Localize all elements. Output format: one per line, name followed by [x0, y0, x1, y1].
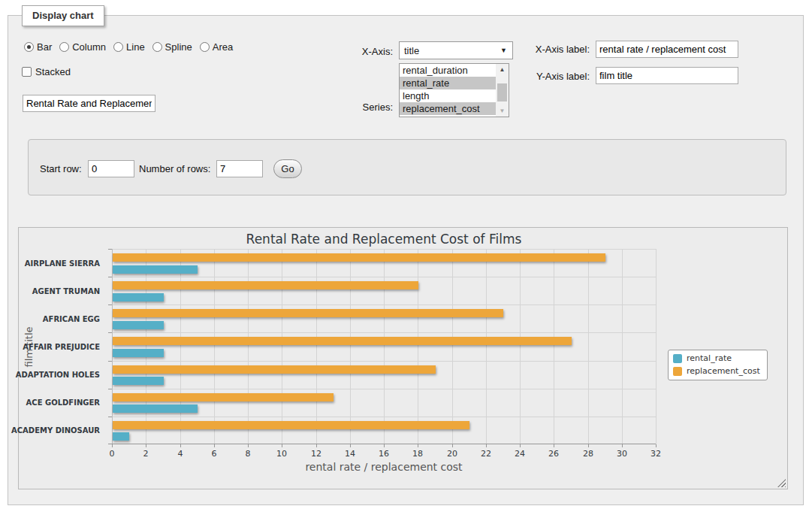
y-axis-label-input[interactable]: [596, 67, 738, 84]
chart-type-option-column[interactable]: Column: [59, 41, 106, 53]
bar-replacement_cost[interactable]: [113, 393, 334, 401]
bar-replacement_cost[interactable]: [113, 421, 469, 429]
chart-title: Rental Rate and Replacement Cost of Film…: [112, 232, 656, 247]
x-tick-label: 32: [651, 449, 661, 459]
bar-rental_rate[interactable]: [113, 265, 198, 274]
chart-type-option-label: Area: [213, 41, 233, 53]
category-label: AFRICAN EGG: [43, 315, 100, 323]
x-tick-mark: [248, 444, 249, 447]
start-row-label: Start row:: [40, 163, 82, 174]
category-labels: AIRPLANE SIERRAAGENT TRUMANAFRICAN EGGAF…: [19, 249, 106, 444]
bar-rental_rate[interactable]: [113, 321, 164, 329]
grid-line-y: [112, 361, 656, 362]
category-label: ADAPTATION HOLES: [16, 371, 100, 379]
start-row-input[interactable]: [88, 160, 134, 177]
scroll-down-icon[interactable]: ▼: [496, 108, 509, 114]
plot-area: 02468101214161820222426283032: [112, 249, 656, 444]
category-label: ACE GOLDFINGER: [26, 398, 100, 407]
row-controls-panel: Start row: Number of rows: Go: [28, 139, 786, 195]
x-tick-label: 28: [583, 449, 593, 459]
chart-resize-handle[interactable]: [777, 479, 786, 487]
x-tick-label: 6: [212, 449, 217, 459]
grid-line-x: [214, 249, 215, 444]
chart-type-option-line[interactable]: Line: [113, 41, 145, 53]
grid-line-y: [112, 304, 656, 305]
scrollbar-thumb[interactable]: [497, 83, 507, 101]
bar-rental_rate[interactable]: [113, 377, 164, 385]
series-option[interactable]: rental_rate: [400, 77, 496, 89]
x-tick-label: 16: [379, 449, 389, 459]
chart-type-option-area[interactable]: Area: [200, 41, 233, 53]
y-axis-label-caption: Y-Axis label:: [487, 71, 590, 82]
bar-replacement_cost[interactable]: [113, 309, 503, 317]
x-tick-mark: [316, 444, 317, 447]
x-axis-line: [112, 444, 656, 444]
category-label: AGENT TRUMAN: [32, 287, 100, 295]
series-option[interactable]: rental_duration: [400, 64, 496, 77]
x-tick-mark: [350, 444, 351, 447]
x-tick-mark: [554, 444, 554, 447]
bar-rental_rate[interactable]: [113, 349, 164, 357]
x-axis-label-caption: X-Axis label:: [487, 44, 590, 55]
x-tick-mark: [146, 444, 146, 447]
radio-icon[interactable]: [113, 42, 123, 52]
x-axis-title: rental rate / replacement cost: [112, 461, 656, 473]
number-of-rows-input[interactable]: [216, 160, 263, 177]
grid-line-x: [452, 249, 453, 444]
grid-line-x: [180, 249, 181, 444]
number-of-rows-label: Number of rows:: [139, 163, 210, 174]
go-button[interactable]: Go: [273, 159, 302, 178]
x-tick-mark: [112, 444, 113, 447]
series-select-label: Series:: [310, 101, 393, 113]
grid-line-x: [656, 249, 657, 444]
legend-swatch: [673, 367, 682, 376]
bar-replacement_cost[interactable]: [113, 281, 418, 289]
stacked-option[interactable]: Stacked: [22, 66, 71, 77]
grid-line-x: [146, 249, 146, 444]
bar-rental_rate[interactable]: [113, 404, 198, 413]
x-tick-mark: [588, 444, 589, 447]
x-tick-label: 14: [345, 449, 355, 459]
bar-replacement_cost[interactable]: [113, 253, 605, 262]
chart-type-radio-group: BarColumnLineSplineArea: [24, 41, 240, 53]
legend-item[interactable]: replacement_cost: [673, 366, 760, 376]
chart-title-input[interactable]: [23, 95, 155, 112]
legend-item[interactable]: rental_rate: [673, 353, 760, 363]
x-tick-label: 2: [143, 449, 149, 459]
category-label: AFFAIR PREJUDICE: [23, 343, 100, 351]
grid-line-x: [384, 249, 385, 444]
grid-line-x: [554, 249, 554, 444]
x-tick-label: 12: [311, 449, 321, 459]
bar-replacement_cost[interactable]: [113, 365, 436, 374]
category-label: ACADEMY DINOSAUR: [11, 426, 100, 435]
bar-rental_rate[interactable]: [113, 432, 129, 441]
x-tick-label: 24: [515, 449, 525, 459]
x-axis-label-input[interactable]: [596, 41, 738, 58]
chart-type-option-label: Column: [72, 41, 106, 53]
grid-line-y: [112, 249, 656, 250]
chart-type-option-label: Spline: [165, 41, 192, 53]
chart-container: Rental Rate and Replacement Cost of Film…: [18, 227, 788, 489]
grid-line-x: [622, 249, 623, 444]
grid-line-x: [316, 249, 317, 444]
grid-line-x: [248, 249, 249, 444]
chart-type-option-spline[interactable]: Spline: [152, 41, 192, 53]
grid-line-y: [112, 417, 656, 417]
grid-line-x: [520, 249, 521, 444]
radio-icon[interactable]: [152, 42, 162, 52]
x-axis-selected-value: title: [404, 45, 419, 56]
x-tick-mark: [486, 444, 487, 447]
radio-icon[interactable]: [59, 42, 69, 52]
stacked-checkbox[interactable]: [22, 67, 32, 77]
radio-icon[interactable]: [24, 42, 34, 52]
radio-icon[interactable]: [200, 42, 210, 52]
x-tick-mark: [418, 444, 418, 447]
grid-line-x: [350, 249, 351, 444]
series-option[interactable]: replacement_cost: [400, 102, 496, 115]
bar-rental_rate[interactable]: [113, 293, 164, 301]
grid-line-x: [282, 249, 282, 444]
bar-replacement_cost[interactable]: [113, 337, 572, 345]
series-option[interactable]: length: [400, 89, 496, 102]
chart-type-option-bar[interactable]: Bar: [24, 41, 52, 53]
y-axis-line: [112, 249, 113, 444]
